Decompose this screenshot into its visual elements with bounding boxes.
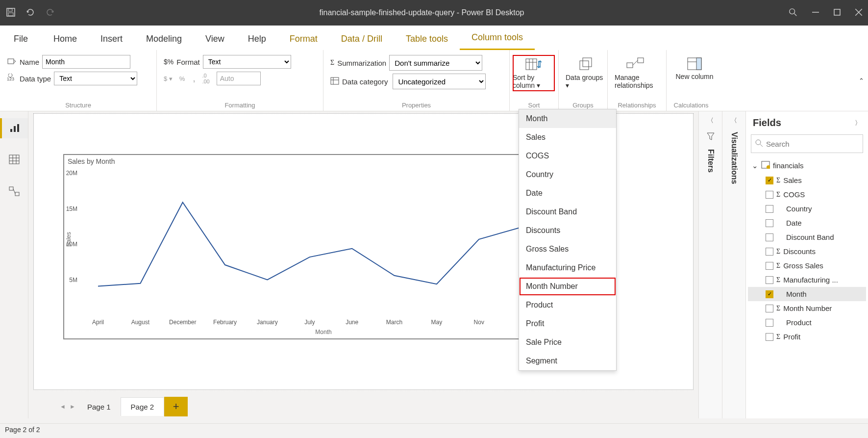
report-view-button[interactable] — [0, 118, 28, 138]
tab-insert[interactable]: Insert — [89, 28, 134, 50]
field-checkbox[interactable]: ✓ — [766, 290, 773, 298]
collapse-fields-icon[interactable]: 〉 — [855, 119, 861, 128]
tab-data-drill[interactable]: Data / Drill — [329, 28, 394, 50]
field-checkbox[interactable] — [766, 219, 773, 227]
minimize-icon[interactable] — [812, 9, 819, 17]
save-icon[interactable] — [6, 7, 16, 19]
fields-search[interactable] — [751, 134, 863, 153]
page-tab-1[interactable]: Page 1 — [77, 398, 121, 416]
sort-option[interactable]: Gross Sales — [519, 240, 616, 258]
field-row[interactable]: ΣMonth Number — [748, 301, 866, 315]
fields-search-input[interactable] — [766, 140, 859, 148]
field-row[interactable]: ✓Month — [748, 287, 866, 301]
collapse-ribbon-icon[interactable]: ⌃ — [859, 77, 864, 84]
field-row[interactable]: Product — [748, 315, 866, 330]
sort-option[interactable]: Product — [519, 296, 616, 314]
sort-by-column-button[interactable]: Sort by column ▾ — [513, 55, 555, 91]
expand-filters-icon[interactable]: 〈 — [707, 116, 714, 125]
sort-option[interactable]: Profit — [519, 314, 616, 333]
format-select[interactable]: Text — [203, 55, 291, 69]
field-checkbox[interactable] — [766, 305, 773, 312]
percent-button[interactable]: % — [179, 75, 185, 82]
data-view-button[interactable] — [0, 150, 28, 170]
currency-button[interactable]: $ ▾ — [164, 75, 173, 82]
field-checkbox[interactable] — [766, 333, 773, 341]
sort-option[interactable]: Discount Band — [519, 203, 616, 221]
tab-modeling[interactable]: Modeling — [134, 28, 194, 50]
chart-visual[interactable]: ⋯ Sales by Month Sales 5M10M15M20M April… — [63, 154, 584, 339]
svg-rect-18 — [580, 61, 589, 70]
svg-text:June: June — [346, 319, 358, 326]
groups-icon — [578, 57, 595, 72]
decimals-button[interactable]: .0.00 — [202, 73, 209, 84]
sort-option[interactable]: Segment — [519, 352, 616, 370]
name-input[interactable] — [42, 55, 130, 69]
add-page-button[interactable]: + — [164, 397, 188, 416]
page-next-button[interactable]: ► — [68, 403, 77, 410]
close-icon[interactable] — [855, 9, 862, 17]
page-tab-2[interactable]: Page 2 — [121, 397, 165, 416]
field-row[interactable]: ΣDiscounts — [748, 244, 866, 258]
datatype-select[interactable]: Text — [54, 72, 137, 85]
tab-view[interactable]: View — [194, 28, 236, 50]
sort-option[interactable]: COGS — [519, 147, 616, 165]
field-checkbox[interactable]: ✓ — [766, 177, 773, 184]
svg-rect-0 — [7, 8, 15, 16]
chart-title: Sales by Month — [64, 155, 583, 168]
field-row[interactable]: ΣCOGS — [748, 187, 866, 202]
filters-pane-collapsed[interactable]: 〈 Filters — [698, 111, 722, 418]
sort-option[interactable]: Discounts — [519, 221, 616, 240]
data-groups-button[interactable]: Data groups ▾ — [566, 55, 608, 91]
undo-icon[interactable] — [25, 7, 35, 19]
field-row[interactable]: Discount Band — [748, 230, 866, 244]
field-row[interactable]: Country — [748, 202, 866, 216]
svg-rect-6 — [834, 9, 840, 15]
field-row[interactable]: ✓ΣSales — [748, 173, 866, 187]
field-checkbox[interactable] — [766, 262, 773, 270]
svg-point-3 — [790, 8, 795, 14]
field-row[interactable]: ΣProfit — [748, 330, 866, 344]
tab-home[interactable]: Home — [42, 28, 89, 50]
tab-table-tools[interactable]: Table tools — [394, 28, 460, 50]
search-icon[interactable] — [789, 8, 797, 18]
svg-line-54 — [760, 144, 763, 147]
tab-help[interactable]: Help — [236, 28, 278, 50]
manage-relationships-button[interactable]: Manage relationships — [615, 55, 657, 91]
tab-column-tools[interactable]: Column tools — [460, 26, 535, 50]
field-checkbox[interactable] — [766, 276, 773, 284]
field-checkbox[interactable] — [766, 205, 773, 213]
field-checkbox[interactable] — [766, 248, 773, 256]
category-select[interactable]: Uncategorized — [393, 74, 486, 89]
expand-viz-icon[interactable]: 〈 — [731, 116, 737, 125]
page-prev-button[interactable]: ◄ — [58, 403, 68, 410]
sort-option[interactable]: Manufacturing Price — [519, 258, 616, 277]
sort-option[interactable]: Sale Price — [519, 333, 616, 352]
field-checkbox[interactable] — [766, 233, 773, 241]
tab-file[interactable]: File — [0, 28, 42, 50]
group-properties: Properties — [330, 102, 502, 109]
field-row[interactable]: ΣManufacturing ... — [748, 273, 866, 287]
field-row[interactable]: Date — [748, 216, 866, 230]
name-icon — [7, 57, 17, 67]
sort-option[interactable]: Month Number — [519, 277, 616, 296]
field-checkbox[interactable] — [766, 319, 773, 327]
model-view-button[interactable] — [0, 182, 28, 202]
new-column-button[interactable]: New column — [673, 55, 716, 82]
tab-format[interactable]: Format — [278, 28, 329, 50]
comma-button[interactable]: , — [193, 74, 195, 84]
visualizations-pane-collapsed[interactable]: 〈 Visualizations — [722, 111, 745, 418]
svg-line-22 — [633, 60, 638, 65]
field-label: Gross Sales — [783, 261, 823, 270]
field-checkbox[interactable] — [766, 191, 773, 199]
sort-option[interactable]: Sales — [519, 128, 616, 147]
redo-icon[interactable] — [45, 7, 55, 19]
sort-option[interactable]: Month — [519, 109, 616, 128]
summarization-select[interactable]: Don't summarize — [389, 55, 482, 71]
sigma-icon: Σ — [776, 276, 780, 284]
field-row[interactable]: ΣGross Sales — [748, 258, 866, 273]
svg-text:May: May — [431, 319, 443, 326]
table-node[interactable]: ⌄ financials — [748, 158, 866, 173]
sort-option[interactable]: Date — [519, 184, 616, 203]
maximize-icon[interactable] — [834, 9, 841, 17]
sort-option[interactable]: Country — [519, 165, 616, 184]
